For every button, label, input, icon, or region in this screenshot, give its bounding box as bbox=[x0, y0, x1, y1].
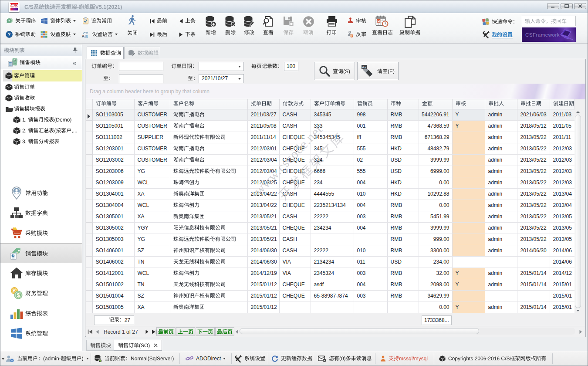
svg-text:?: ? bbox=[8, 19, 10, 23]
svg-text:B: B bbox=[85, 34, 88, 38]
svg-text:Aa: Aa bbox=[362, 65, 366, 69]
svg-text:$: $ bbox=[17, 292, 20, 298]
svg-text:A: A bbox=[82, 34, 85, 38]
svg-text:?: ? bbox=[8, 32, 10, 37]
